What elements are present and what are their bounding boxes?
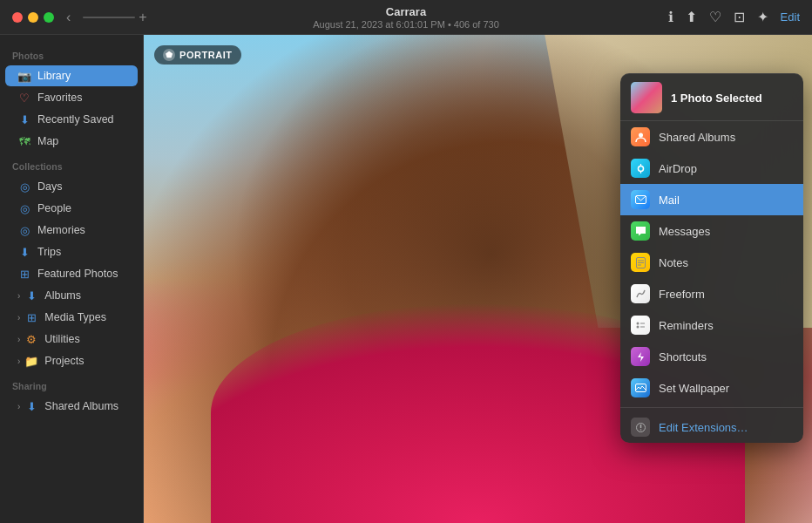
freeform-label: Freeform [659,288,705,301]
photos-section-label: Photos [0,42,143,65]
share-header: 1 Photo Selected [620,73,803,121]
share-button[interactable]: ⬆ [686,9,697,25]
share-header-title: 1 Photo Selected [671,92,762,105]
notes-label: Notes [659,256,688,269]
photo-background: ⬟ PORTRAIT 1 Photo Selected Shared Album… [144,35,812,523]
wallpaper-label: Set Wallpaper [659,382,729,395]
sidebar-item-media-types[interactable]: › ⊞ Media Types [5,307,138,328]
library-icon: 📷 [17,69,31,83]
mail-icon [631,190,650,209]
svg-point-7 [636,322,639,324]
arrow-icon: › [17,291,20,301]
projects-icon: 📁 [24,354,38,368]
enhance-button[interactable]: ✦ [757,9,768,25]
svg-point-1 [638,166,643,171]
sidebar-item-people[interactable]: ◎ People [5,198,138,219]
share-menu-airdrop[interactable]: AirDrop [620,153,803,184]
sidebar-item-albums[interactable]: › ⬇ Albums [5,285,138,306]
share-menu-shortcuts[interactable]: Shortcuts [620,341,803,372]
share-menu-edit-extensions[interactable]: Edit Extensions… [620,411,803,443]
share-menu-wallpaper[interactable]: Set Wallpaper [620,372,803,404]
zoom-slider[interactable]: + [83,10,146,25]
favorite-button[interactable]: ♡ [709,9,721,25]
sidebar-item-library[interactable]: 📷 Library [5,65,138,86]
traffic-lights [12,12,54,23]
sidebar-item-utilities[interactable]: › ⚙ Utilities [5,329,138,350]
sidebar-item-days[interactable]: ◎ Days [5,176,138,197]
airdrop-label: AirDrop [659,162,697,175]
share-dropdown: 1 Photo Selected Shared Albums AirDrop [620,73,803,443]
messages-label: Messages [659,225,710,238]
sidebar-item-map[interactable]: 🗺 Map [5,131,138,152]
sharing-section-label: Sharing [0,372,143,395]
mail-label: Mail [659,194,680,207]
share-menu-messages[interactable]: Messages [620,215,803,247]
share-menu-shared-albums[interactable]: Shared Albums [620,121,803,153]
close-button[interactable] [12,12,23,23]
shared-albums-icon: ⬇ [24,399,38,413]
people-icon: ◎ [17,201,31,215]
reminders-icon [631,316,650,335]
minimize-button[interactable] [28,12,38,23]
crop-button[interactable]: ⊡ [734,9,745,25]
sidebar-item-label: Media Types [44,311,106,323]
maximize-button[interactable] [44,12,54,23]
arrow-icon: › [17,313,20,323]
reminders-label: Reminders [659,319,714,332]
sidebar-item-label: Albums [44,289,81,302]
share-separator [620,407,803,408]
share-menu-freeform[interactable]: Freeform [620,278,803,309]
favorites-icon: ♡ [17,91,31,105]
info-button[interactable]: ℹ [668,9,673,25]
sidebar-item-label: Featured Photos [37,268,118,280]
sidebar-item-recently-saved[interactable]: ⬇ Recently Saved [5,109,138,130]
utilities-icon: ⚙ [24,332,38,346]
photo-content-area: ⬟ PORTRAIT 1 Photo Selected Shared Album… [144,35,812,523]
photo-info: August 21, 2023 at 6:01:01 PM • 406 of 7… [313,19,499,30]
messages-icon [631,221,650,241]
sidebar-item-label: Days [37,180,62,193]
sidebar-item-label: Utilities [44,333,79,345]
shared-albums-icon [631,127,650,146]
zoom-plus-icon[interactable]: + [139,10,146,25]
share-menu-reminders[interactable]: Reminders [620,309,803,341]
edit-extensions-label: Edit Extensions… [659,421,748,434]
back-button[interactable]: ‹ [63,8,74,27]
recently-saved-icon: ⬇ [17,112,31,126]
featured-icon: ⊞ [17,267,31,281]
shared-albums-label: Shared Albums [659,131,735,144]
portrait-badge-label: PORTRAIT [179,50,233,60]
sidebar-item-shared-albums[interactable]: › ⬇ Shared Albums [5,396,138,417]
svg-point-0 [639,132,643,137]
trips-icon: ⬇ [17,245,31,259]
media-types-icon: ⊞ [24,310,38,324]
window-title: Carrara [313,5,499,18]
days-icon: ◎ [17,180,31,194]
notes-icon [631,253,650,272]
sidebar-item-favorites[interactable]: ♡ Favorites [5,87,138,108]
share-menu-mail[interactable]: Mail [620,184,803,215]
sidebar-item-trips[interactable]: ⬇ Trips [5,241,138,262]
svg-point-9 [636,325,639,328]
albums-icon: ⬇ [24,289,38,302]
sidebar-item-label: Trips [37,246,61,258]
share-menu-notes[interactable]: Notes [620,247,803,278]
zoom-line [83,17,135,18]
main-area: Photos 📷 Library ♡ Favorites ⬇ Recently … [0,35,812,523]
sidebar-item-label: Recently Saved [37,113,114,126]
sidebar-item-label: Projects [44,355,84,367]
svg-point-14 [639,429,641,431]
arrow-icon: › [17,335,20,344]
sidebar-item-memories[interactable]: ◎ Memories [5,220,138,241]
arrow-icon: › [17,402,20,411]
portrait-badge-icon: ⬟ [163,49,175,61]
titlebar-left: ‹ + [12,8,147,27]
extensions-icon [631,418,650,437]
airdrop-icon [631,159,650,178]
sidebar-item-label: Favorites [37,92,82,104]
titlebar-center: Carrara August 21, 2023 at 6:01:01 PM • … [313,5,499,30]
sidebar-item-projects[interactable]: › 📁 Projects [5,350,138,371]
edit-button[interactable]: Edit [781,10,800,24]
sidebar-item-featured[interactable]: ⊞ Featured Photos [5,263,138,284]
sidebar-item-label: Library [37,70,71,82]
